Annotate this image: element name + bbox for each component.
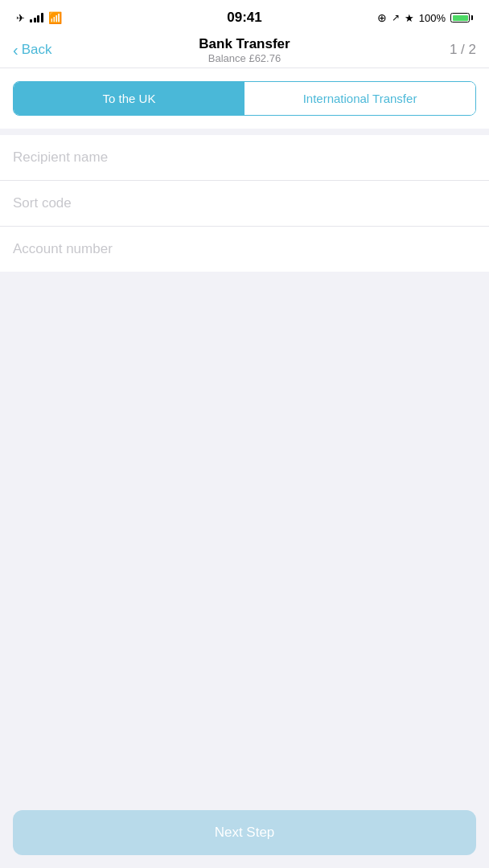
back-chevron-icon: ‹: [13, 42, 18, 58]
back-label: Back: [22, 42, 52, 58]
battery-percent: 100%: [419, 12, 446, 24]
bluetooth-icon: ★: [405, 12, 414, 24]
recipient-name-input[interactable]: [13, 149, 476, 166]
airplane-icon: ✈: [16, 12, 25, 24]
bottom-button-container: Next Step: [0, 797, 489, 868]
page-title: Bank Transfer: [199, 36, 290, 52]
form-area: [0, 135, 489, 272]
account-number-input[interactable]: [13, 241, 476, 257]
battery-icon: [450, 13, 473, 23]
arrow-icon: ↗: [392, 12, 400, 23]
balance-subtitle: Balance £62.76: [199, 52, 290, 64]
nav-center: Bank Transfer Balance £62.76: [199, 36, 290, 64]
status-left: ✈ 📶: [16, 11, 62, 24]
next-step-button[interactable]: Next Step: [13, 810, 476, 855]
location-icon: ⊕: [377, 11, 387, 24]
back-button[interactable]: ‹ Back: [13, 42, 51, 58]
sort-code-input[interactable]: [13, 195, 476, 211]
sort-code-field[interactable]: [0, 181, 489, 227]
recipient-name-field[interactable]: [0, 135, 489, 181]
segment-international[interactable]: International Transfer: [244, 82, 475, 115]
segment-control: To the UK International Transfer: [13, 81, 476, 116]
wifi-icon: 📶: [48, 11, 62, 24]
step-indicator: 1 / 2: [450, 42, 476, 58]
account-number-field[interactable]: [0, 227, 489, 272]
status-right: ⊕ ↗ ★ 100%: [377, 11, 473, 24]
status-time: 09:41: [227, 10, 261, 26]
content-area: [0, 272, 489, 797]
signal-icon: [30, 13, 43, 23]
segment-uk[interactable]: To the UK: [14, 82, 244, 115]
segment-container: To the UK International Transfer: [0, 68, 489, 129]
navigation-bar: ‹ Back Bank Transfer Balance £62.76 1 / …: [0, 35, 489, 68]
status-bar: ✈ 📶 09:41 ⊕ ↗ ★ 100%: [0, 0, 489, 35]
